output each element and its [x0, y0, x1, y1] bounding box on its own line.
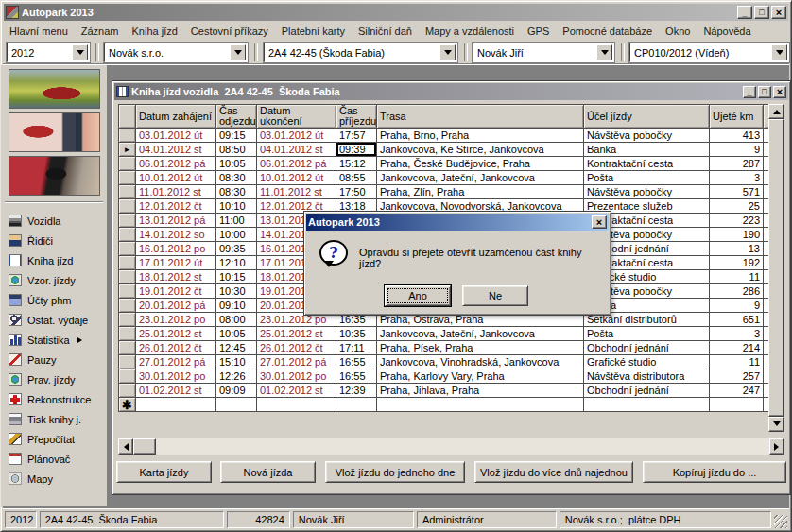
trip-card-button[interactable]: Karta jízdy — [116, 461, 212, 483]
row-selector[interactable] — [119, 384, 136, 398]
sidebar-item[interactable]: Přepočítat — [1, 429, 107, 449]
sidebar-item[interactable]: Účty phm — [1, 290, 107, 310]
column-header[interactable]: Datum zahájení — [136, 105, 216, 129]
trip-order-combo[interactable]: CP010/2012 (Vídeň) — [629, 43, 789, 62]
cell-purpose[interactable]: Obchodní jednání — [584, 384, 710, 398]
cell-departure-time[interactable]: 08:50 — [216, 143, 257, 157]
sidebar-item[interactable]: Rekonstrukce — [1, 389, 107, 409]
scroll-up-icon[interactable] — [768, 104, 784, 119]
child-minimize-button[interactable]: _ — [743, 86, 756, 98]
cell-arrival-time[interactable]: 10:35 — [336, 327, 377, 341]
cell-distance[interactable]: 190 — [710, 228, 764, 242]
row-selector[interactable] — [119, 228, 136, 242]
column-header[interactable]: Trasa — [377, 105, 584, 129]
chevron-down-icon[interactable] — [72, 44, 88, 60]
cell-start-date[interactable]: 01.02.2012 st — [136, 384, 216, 398]
menu-item[interactable]: Nápověda — [697, 24, 757, 39]
sidebar-item[interactable]: Mapy — [1, 469, 107, 489]
cell-route[interactable]: Jankovcova, Vinohradská, Jankovcova — [377, 355, 584, 369]
cell-start-date[interactable]: 12.01.2012 čt — [136, 199, 216, 214]
cell-purpose[interactable]: Návštěva pobočky — [584, 129, 710, 143]
menu-item[interactable]: Silniční daň — [352, 24, 419, 39]
cell-departure-time[interactable]: 11:00 — [216, 214, 257, 228]
sidebar-item[interactable]: Řidiči — [1, 231, 107, 250]
cell-departure-time[interactable]: 12:10 — [216, 256, 257, 270]
cell-distance[interactable]: 413 — [710, 129, 764, 143]
column-header[interactable]: Čas příjezdu — [336, 105, 377, 129]
cell-departure-time[interactable]: 10:05 — [216, 157, 257, 171]
cell-start-date[interactable]: 19.01.2012 čt — [136, 284, 216, 299]
cell-end-date[interactable]: 11.01.2012 st — [257, 185, 336, 199]
cell-start-date[interactable]: 16.01.2012 po — [136, 242, 216, 256]
scroll-left-icon[interactable] — [118, 438, 133, 455]
cell-arrival-time[interactable]: 15:12 — [336, 157, 377, 171]
cell-purpose[interactable]: Grafické studio — [584, 355, 710, 369]
cell-distance[interactable]: 3 — [710, 327, 764, 341]
cell-arrival-time[interactable]: 16:55 — [336, 369, 377, 384]
cell-route[interactable]: Praha, České Budějovice, Praha — [377, 157, 584, 171]
yes-button[interactable]: Ano — [385, 285, 451, 306]
sidebar-item[interactable]: Statistika — [1, 330, 107, 350]
row-selector[interactable] — [119, 157, 136, 171]
cell-start-date[interactable]: 03.01.2012 út — [136, 129, 216, 143]
cell-arrival-time[interactable]: 08:55 — [336, 171, 377, 185]
maximize-button[interactable]: □ — [754, 6, 769, 19]
cell-start-date[interactable]: 14.01.2012 so — [136, 228, 216, 242]
cell-purpose[interactable]: Návštěva distributora — [584, 369, 710, 384]
cell-start-date[interactable]: 13.01.2012 pá — [136, 214, 216, 228]
cell-purpose[interactable]: Obchodní jednání — [584, 341, 710, 355]
cell-departure-time[interactable]: 09:09 — [216, 384, 257, 398]
menu-item[interactable]: Mapy a vzdálenosti — [419, 24, 521, 39]
cell-start-date[interactable]: 10.01.2012 út — [136, 171, 216, 185]
cell-departure-time[interactable]: 10:15 — [216, 270, 257, 284]
cell-route[interactable]: Praha, Brno, Praha — [377, 129, 584, 143]
cell-start-date[interactable]: 26.01.2012 čt — [136, 341, 216, 355]
insert-trip-multiple-days-button[interactable]: Vlož jízdu do více dnů najednou — [474, 461, 633, 483]
table-row[interactable]: 03.01.2012 út 09:15 03.01.2012 út 17:57 … — [119, 129, 770, 143]
sidebar-item[interactable]: Pauzy — [1, 350, 107, 369]
cell-start-date[interactable]: 25.01.2012 st — [136, 327, 216, 341]
company-combo[interactable]: Novák s.r.o. — [104, 43, 248, 62]
new-row-marker[interactable]: ✱ — [119, 398, 136, 412]
table-row[interactable]: 10.01.2012 út 08:30 10.01.2012 út 08:55 … — [119, 171, 770, 185]
sidebar-item[interactable]: Plánovač — [1, 449, 107, 469]
cell-end-date[interactable]: 26.01.2012 čt — [257, 341, 336, 355]
cell-distance[interactable]: 192 — [710, 256, 764, 270]
cell-route[interactable]: Jankovcova, Jateční, Jankovcova — [377, 171, 584, 185]
row-selector[interactable] — [119, 299, 136, 313]
horizontal-scroll-thumb[interactable] — [133, 438, 156, 455]
column-header[interactable]: Ujeté km — [710, 105, 764, 129]
vertical-scroll-thumb[interactable] — [768, 119, 784, 417]
cell-purpose[interactable]: Pošta — [584, 171, 710, 185]
cell-distance[interactable]: 11 — [710, 270, 764, 284]
sidebar-item[interactable]: Tisk knihy j. — [1, 409, 107, 429]
cell-arrival-time[interactable]: 16:55 — [336, 355, 377, 369]
row-selector[interactable] — [119, 284, 136, 299]
menu-item[interactable]: Platební karty — [275, 24, 352, 39]
cell-arrival-time[interactable]: 12:39 — [336, 384, 377, 398]
cell-end-date[interactable]: 06.01.2012 pá — [257, 157, 336, 171]
column-header[interactable]: Datum ukončení — [257, 105, 336, 129]
cell-route[interactable]: Praha, Zlín, Praha — [377, 185, 584, 199]
cell-departure-time[interactable]: 12:26 — [216, 369, 257, 384]
cell-start-date[interactable]: 18.01.2012 st — [136, 270, 216, 284]
cell-purpose[interactable]: Pošta — [584, 327, 710, 341]
cell-end-date[interactable]: 03.01.2012 út — [257, 129, 336, 143]
cell-distance[interactable]: 9 — [710, 143, 764, 157]
child-maximize-button[interactable]: □ — [758, 86, 771, 98]
column-header[interactable]: Čas odjezdu — [216, 105, 257, 129]
menu-item[interactable]: GPS — [521, 24, 556, 39]
year-combo[interactable]: 2012 — [7, 43, 90, 62]
cell-departure-time[interactable]: 09:15 — [216, 129, 257, 143]
cell-end-date[interactable]: 25.01.2012 st — [257, 327, 336, 341]
sidebar-item[interactable]: Ostat. výdaje — [1, 310, 107, 330]
row-selector[interactable] — [119, 185, 136, 199]
row-selector[interactable] — [119, 355, 136, 369]
vehicle-combo[interactable]: 2A4 42-45 (Škoda Fabia) — [264, 43, 457, 62]
cell-distance[interactable]: 571 — [710, 185, 764, 199]
menu-item[interactable]: Záznam — [75, 24, 126, 39]
cell-distance[interactable]: 25 — [710, 199, 764, 214]
vertical-scrollbar[interactable] — [768, 104, 784, 432]
cell-purpose[interactable]: Kontraktační cesta — [584, 157, 710, 171]
cell-departure-time[interactable]: 10:30 — [216, 284, 257, 299]
